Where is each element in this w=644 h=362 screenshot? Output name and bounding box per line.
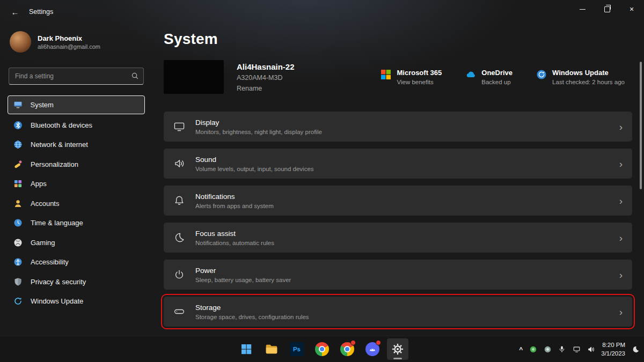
sidebar-item-label: Network & internet [31,141,88,149]
photoshop-button[interactable]: Ps [286,338,308,360]
sidebar-item-label: Accounts [31,200,59,208]
search-box [9,68,144,85]
sidebar-item-bluetooth-devices[interactable]: Bluetooth & devices [8,116,145,134]
sidebar-item-label: Gaming [31,239,55,247]
tray-date: 3/1/2023 [601,349,625,358]
folder-icon [265,342,279,356]
file-explorer-button[interactable] [261,338,282,360]
settings-rows: Display Monitors, brightness, night ligh… [164,112,632,327]
display-tray-icon[interactable] [572,345,581,353]
personalization-brush-icon [13,160,23,169]
card-title: Microsoft 365 [397,69,442,77]
restore-button[interactable] [595,0,619,18]
sidebar-item-label: Accessibility [31,258,69,266]
gaming-xbox-icon [13,238,23,247]
network-globe-icon [13,140,23,149]
card-subtitle: Last checked: 2 hours ago [552,79,625,85]
restore-icon [604,6,610,12]
minimize-icon [580,9,586,10]
speaker-icon[interactable] [587,345,595,353]
microsoft-365-card[interactable]: Microsoft 365 View benefits [380,69,442,85]
notification-badge [350,340,356,345]
sidebar-item-label: Time & language [31,219,83,227]
sidebar-item-windows-update[interactable]: Windows Update [8,292,145,310]
device-thumbnail [164,60,224,94]
user-name: Dark Phoenix [38,34,100,42]
settings-button[interactable] [387,338,408,360]
chevron-right-icon: › [619,233,623,243]
row-subtitle: Volume levels, output, input, sound devi… [195,166,314,172]
rename-link[interactable]: Rename [237,85,295,92]
row-subtitle: Sleep, battery usage, battery saver [195,277,291,283]
card-subtitle: Backed up [481,79,513,85]
settings-row-display[interactable]: Display Monitors, brightness, night ligh… [164,112,632,142]
sidebar-item-accounts[interactable]: Accounts [8,195,145,212]
sidebar-item-network-internet[interactable]: Network & internet [8,136,145,153]
titlebar: ← Settings × [0,0,644,24]
sidebar-item-accessibility[interactable]: Accessibility [8,253,145,271]
back-arrow-icon: ← [11,8,19,17]
onedrive-cloud-icon [465,69,476,80]
settings-row-notifications[interactable]: Notifications Alerts from apps and syste… [164,186,632,216]
chrome-2-button[interactable] [336,338,358,360]
close-button[interactable]: × [619,0,644,18]
chevron-right-icon: › [619,270,623,280]
tray-clock[interactable]: 8:20 PM 3/1/2023 [601,341,625,358]
settings-row-power[interactable]: Power Sleep, battery usage, battery save… [164,260,632,290]
system-icon [13,100,23,109]
sidebar-item-gaming[interactable]: Gaming [8,234,145,252]
tray-app-icon-1[interactable] [529,345,537,353]
sidebar: Dark Phoenix ali6hasnain@gmail.com Syste… [0,24,152,336]
user-profile[interactable]: Dark Phoenix ali6hasnain@gmail.com [10,31,143,53]
chevron-right-icon: › [619,122,623,132]
power-icon [173,269,185,280]
sidebar-item-label: Privacy & security [31,278,86,286]
chevron-right-icon: › [619,307,623,317]
sidebar-item-time-language[interactable]: Time & language [8,214,145,232]
back-button[interactable]: ← [5,4,25,20]
sidebar-item-apps[interactable]: Apps [8,175,145,193]
notification-badge [376,340,381,345]
sidebar-item-label: Bluetooth & devices [31,121,92,129]
sidebar-item-privacy-security[interactable]: Privacy & security [8,273,145,291]
chrome-button[interactable] [311,338,333,360]
onedrive-card[interactable]: OneDrive Backed up [465,69,513,85]
close-icon: × [630,5,634,13]
sidebar-item-system[interactable]: System [8,95,145,114]
settings-row-sound[interactable]: Sound Volume levels, output, input, soun… [164,149,632,179]
row-title: Notifications [195,193,274,201]
settings-gear-icon [391,343,404,356]
sidebar-item-personalization[interactable]: Personalization [8,156,145,173]
windows-update-icon [536,69,547,80]
app-title: Settings [29,8,53,16]
row-subtitle: Notifications, automatic rules [195,240,274,246]
row-title: Sound [195,156,314,164]
chevron-right-icon: › [619,196,623,206]
display-icon [173,121,185,132]
start-button[interactable] [236,338,257,360]
settings-row-focus-assist[interactable]: Focus assist Notifications, automatic ru… [164,223,632,253]
tray-app-icon-2[interactable] [543,345,552,353]
microphone-icon[interactable] [558,345,566,353]
search-input[interactable] [9,68,144,85]
quick-cards: Microsoft 365 View benefits OneDrive Bac… [380,69,625,85]
chevron-right-icon: › [619,159,623,169]
hidden-icons-chevron-up-icon[interactable]: ^ [519,346,523,353]
windows-update-card[interactable]: Windows Update Last checked: 2 hours ago [536,69,625,85]
search-icon[interactable] [131,72,139,80]
scrollbar-thumb[interactable] [640,62,642,189]
accounts-person-icon [13,199,23,208]
photoshop-icon: Ps [290,342,304,356]
discord-button[interactable] [362,338,383,360]
sidebar-item-label: Windows Update [31,297,83,305]
do-not-disturb-moon-icon[interactable] [631,345,640,353]
settings-row-storage[interactable]: Storage Storage space, drives, configura… [164,297,632,327]
page-title: System [164,31,632,48]
tray-time: 8:20 PM [601,341,625,349]
chrome-icon [315,342,329,356]
window-controls: × [570,0,644,18]
storage-drive-icon [173,306,185,317]
avatar [10,31,31,53]
time-language-clock-icon [13,218,23,227]
minimize-button[interactable] [570,0,595,18]
